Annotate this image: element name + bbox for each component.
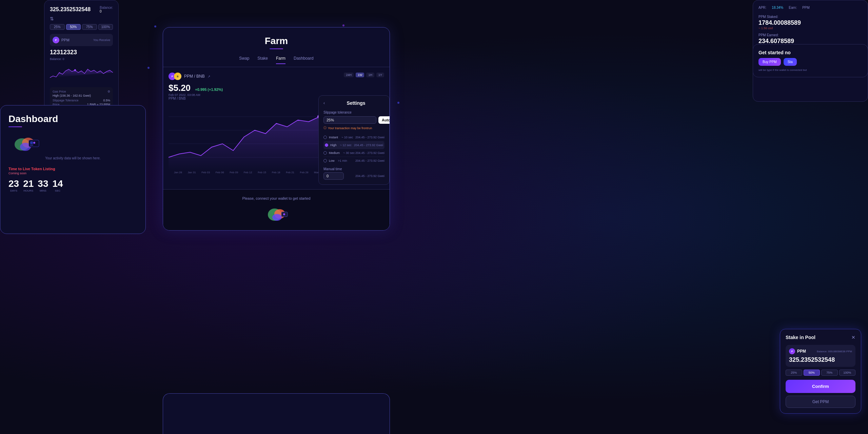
speed-instant[interactable]: Instant ~ 10 sec 204.45 - 273.92 Gwei <box>323 134 384 141</box>
note-text: will be type if the wallet is connected … <box>758 68 862 72</box>
swap-arrows-icon[interactable]: ⇅ <box>50 16 113 21</box>
price-display: $5.20 +0.995 (+1.92%) <box>169 83 384 93</box>
pct-100[interactable]: 100% <box>98 24 113 30</box>
svg-point-0 <box>74 69 76 71</box>
ppm-amount: 325.2352532548 <box>789 356 852 363</box>
farm-nav: Swap Stake Farm Dashboard <box>163 53 390 67</box>
pct-50-stake[interactable]: 50% <box>804 370 820 376</box>
get-ppm-button[interactable]: Get PPM <box>786 396 855 408</box>
connect-prompt-text: Please, connect your wallet to get start… <box>170 196 383 200</box>
countdown-sub: Coming soon <box>8 172 137 175</box>
ppm-input-header: P PPM Balance: 999.88098638 PPM <box>789 348 852 354</box>
receive-balance: Balance: 0 <box>50 57 64 61</box>
farm-panel: Farm Swap Stake Farm Dashboard P B PPM /… <box>163 27 390 231</box>
balance-label: Balance: <box>817 350 827 353</box>
speed-low[interactable]: Low >1 min 204.45 - 273.92 Gwei <box>323 157 384 164</box>
pair-link-icon[interactable]: ↗ <box>208 75 210 78</box>
token-name: PPM <box>61 38 70 42</box>
staked-stat: PPM Staked: 1784.00088589 ~ 1.56 usd <box>758 15 862 30</box>
pct-75[interactable]: 75% <box>82 24 97 30</box>
connect-prompt: Please, connect your wallet to get start… <box>163 189 390 231</box>
slippage-label: Slippage Tolerance <box>53 99 78 102</box>
hours-num: 21 <box>23 178 34 189</box>
time-1y[interactable]: 1Y <box>376 73 384 77</box>
settings-icon[interactable]: ⚙ <box>107 90 110 93</box>
farm-title: Farm <box>163 36 390 46</box>
nav-stake[interactable]: Stake <box>257 56 268 64</box>
countdown-days: 23 DAYS <box>8 178 19 192</box>
svg-point-16 <box>33 142 35 144</box>
buy-ppm-button[interactable]: Buy PPM <box>758 58 781 66</box>
warning-icon: ⓘ <box>323 126 327 130</box>
you-receive-label: You Receive <box>93 38 110 42</box>
price-value: $5.20 <box>169 83 191 93</box>
apr-label: APR: <box>758 6 766 9</box>
manual-input[interactable] <box>323 172 344 180</box>
time-buttons: 24H 1W 1H 1Y <box>344 73 384 77</box>
ppm-input-icon: P <box>789 348 795 354</box>
settings-header: ‹ Settings <box>323 100 384 106</box>
receive-amount: 12312323 <box>50 49 113 56</box>
get-started-panel: Get started no Buy PPM Sta will be type … <box>753 44 868 77</box>
staked-usd: ~ 1.56 usd <box>758 26 862 30</box>
mins-num: 33 <box>38 178 48 189</box>
sec-num: 14 <box>52 178 63 189</box>
pct-25-stake[interactable]: 25% <box>786 370 802 376</box>
ppm-balance: Balance: 999.88098638 PPM <box>817 350 852 353</box>
medium-radio <box>323 151 327 155</box>
svg-rect-15 <box>30 141 33 144</box>
swap-balance-label: Balance: <box>100 6 113 9</box>
get-started-text: Get started no <box>758 50 862 55</box>
ppm-icon: P <box>53 37 59 43</box>
staked-label: PPM Staked: <box>758 15 862 19</box>
dashboard-title: Dashboard <box>8 114 137 124</box>
close-button[interactable]: ✕ <box>851 335 855 340</box>
countdown-label: Time to Live Token Listing <box>8 167 137 171</box>
manual-label: Manual time <box>323 167 384 171</box>
countdown-mins: 33 MINS <box>38 178 48 192</box>
warning-text: Your transaction may be frontrun <box>328 126 372 130</box>
pair-icons: P B <box>169 73 181 80</box>
countdown-hours: 21 HOURS <box>23 178 34 192</box>
nav-swap[interactable]: Swap <box>239 56 249 64</box>
time-1h[interactable]: 1H <box>366 73 374 77</box>
pct-50[interactable]: 50% <box>66 24 81 30</box>
settings-title: Settings <box>328 100 384 106</box>
slippage-val: 0.5% <box>103 99 110 102</box>
bottom-farm-panel <box>163 393 390 434</box>
ppm-pct-row: 25% 50% 75% 100% <box>786 370 855 376</box>
svg-point-8 <box>272 214 282 221</box>
mins-unit: MINS <box>38 189 48 192</box>
token-receive-row: P PPM You Receive <box>50 34 113 46</box>
slippage-input[interactable] <box>323 116 376 124</box>
price-change: +0.995 (+1.92%) <box>195 87 223 92</box>
speed-high[interactable]: High ~ 12 sec 204.45 - 273.92 Gwei <box>323 141 384 149</box>
gs-buttons: Buy PPM Sta <box>758 58 862 66</box>
manual-range: 204.45 - 273.92 Gwei <box>355 174 384 178</box>
countdown-row: 23 DAYS 21 HOURS 33 MINS 14 SEC <box>8 178 137 192</box>
time-24h[interactable]: 24H <box>344 73 354 77</box>
speed-medium[interactable]: Medium ~ 30 sec 204.45 - 273.92 Gwei <box>323 149 384 157</box>
nav-farm[interactable]: Farm <box>276 56 285 64</box>
time-1w[interactable]: 1W <box>356 73 364 77</box>
sta-button[interactable]: Sta <box>784 58 797 66</box>
earned-value: 234.6078589 <box>758 38 862 45</box>
stake-pool-panel: Stake in Pool ✕ P PPM Balance: 999.88098… <box>780 329 861 414</box>
slippage-tolerance-label: Slippage tolerance <box>323 111 384 114</box>
confirm-button[interactable]: Confirm <box>786 380 855 393</box>
pct-100-stake[interactable]: 100% <box>839 370 856 376</box>
stake-pool-header: Stake in Pool ✕ <box>786 335 855 340</box>
pct-selector: 25% 50% 75% 100% <box>50 24 113 30</box>
instant-radio <box>323 136 327 139</box>
settings-back-button[interactable]: ‹ <box>323 101 325 105</box>
pair-name: PPM / BNB <box>184 74 205 79</box>
auto-button[interactable]: Auto <box>378 116 390 124</box>
farm-header: Farm <box>163 27 390 53</box>
nav-dashboard[interactable]: Dashboard <box>294 56 314 64</box>
apr-val: 18.34% <box>772 6 783 9</box>
pct-75-stake[interactable]: 75% <box>821 370 838 376</box>
high-radio <box>325 143 328 147</box>
activity-text: Your activity data will be shown here. <box>8 156 137 160</box>
pct-25[interactable]: 25% <box>50 24 65 30</box>
bnb-pair-icon: B <box>174 73 181 80</box>
